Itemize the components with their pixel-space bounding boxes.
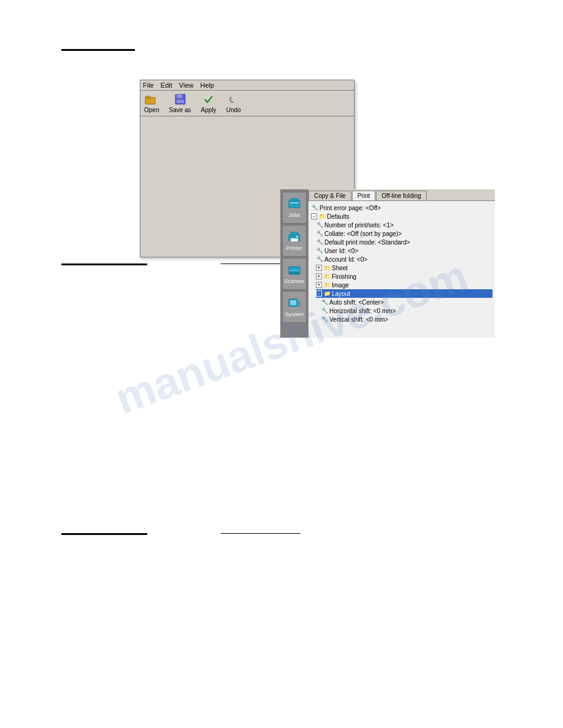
- apply-icon: [201, 93, 216, 105]
- tree-item-collate[interactable]: 🔧 Collate: <Off (sort by page)>: [316, 229, 492, 238]
- undo-icon: [226, 93, 241, 105]
- folder-icon-layout: 📁: [323, 290, 331, 297]
- svg-rect-14: [289, 272, 300, 275]
- save-as-label: Save as: [169, 107, 191, 113]
- svg-rect-5: [289, 200, 300, 208]
- wrench-icon-3: 🔧: [316, 238, 323, 246]
- tree-item-layout[interactable]: - 📁 Layout: [316, 289, 492, 298]
- menu-edit[interactable]: Edit: [161, 82, 172, 89]
- svg-rect-6: [291, 199, 298, 201]
- jobs-label: Jobs: [288, 212, 300, 218]
- expand-image[interactable]: +: [316, 282, 322, 288]
- save-as-button[interactable]: Save as: [169, 93, 191, 113]
- apply-button[interactable]: Apply: [201, 93, 216, 113]
- svg-rect-11: [296, 236, 298, 237]
- scanner-icon: [288, 264, 301, 277]
- sidebar: Jobs Printer Scanner: [280, 189, 308, 338]
- tree-item-defaults[interactable]: - 📁 Defaults: [311, 212, 492, 221]
- save-as-icon: [173, 93, 188, 105]
- tree-item-finishing[interactable]: + 📁 Finishing: [316, 272, 492, 281]
- svg-rect-10: [291, 238, 298, 241]
- menu-file[interactable]: File: [143, 82, 154, 89]
- bot-decorative-line-right: [221, 533, 301, 534]
- wrench-icon-8: 🔧: [321, 316, 328, 323]
- svg-rect-18: [291, 307, 297, 308]
- tree-label-user-id: User Id: <0>: [324, 248, 358, 254]
- svg-rect-3: [177, 94, 182, 98]
- system-icon: [288, 297, 301, 310]
- tree-label-vert-shift: Vertical shift: <0 mm>: [329, 316, 388, 323]
- tree-label-num-prints: Number of print/sets: <1>: [324, 222, 394, 229]
- undo-label: Undo: [226, 107, 241, 113]
- svg-rect-4: [177, 100, 184, 103]
- folder-icon-finishing: 📁: [323, 273, 331, 280]
- tree-item-user-id[interactable]: 🔧 User Id: <0>: [316, 246, 492, 255]
- bot-decorative-line-left: [61, 533, 147, 535]
- tab-offline-folding[interactable]: Off-line folding: [376, 191, 426, 200]
- printer-label: Printer: [286, 245, 303, 251]
- sidebar-item-system[interactable]: System: [282, 291, 307, 323]
- tab-bar: Copy & File Print Off-line folding: [308, 189, 495, 201]
- tree-item-vert-shift[interactable]: 🔧 Vertical shift: <0 mm>: [321, 315, 492, 324]
- folder-icon-defaults: 📁: [318, 213, 326, 220]
- tree-label-layout: Layout: [332, 290, 350, 297]
- tree-label-image: Image: [332, 282, 349, 289]
- jobs-icon: [288, 197, 301, 211]
- tree-item-sheet[interactable]: + 📁 Sheet: [316, 264, 492, 272]
- top-decorative-line: [61, 49, 135, 51]
- tree-label-sheet: Sheet: [332, 265, 348, 271]
- svg-rect-17: [290, 300, 296, 305]
- wrench-icon-2: 🔧: [316, 230, 323, 237]
- expand-defaults[interactable]: -: [311, 213, 317, 219]
- scanner-label: Scanner: [284, 278, 305, 284]
- printer-icon: [288, 230, 301, 244]
- wrench-icon-4: 🔧: [316, 247, 323, 254]
- folder-icon-image: 📁: [323, 281, 331, 289]
- tree-item-print-mode[interactable]: 🔧 Default print mode: <Standard>: [316, 238, 492, 246]
- undo-button[interactable]: Undo: [226, 93, 241, 113]
- tree-label-finishing: Finishing: [332, 273, 356, 280]
- tree-label-horiz-shift: Horizontal shift: <0 mm>: [329, 308, 396, 314]
- folder-icon-sheet: 📁: [323, 264, 331, 271]
- expand-finishing[interactable]: +: [316, 273, 322, 279]
- expand-layout[interactable]: -: [316, 290, 322, 297]
- tree-item-image[interactable]: + 📁 Image: [316, 281, 492, 289]
- tree-container: 🔧 Print error page: <Off> - 📁 Defaults 🔧…: [308, 201, 495, 330]
- svg-rect-7: [290, 202, 299, 203]
- menu-view[interactable]: View: [179, 82, 194, 89]
- tab-print[interactable]: Print: [352, 191, 376, 200]
- svg-rect-16: [299, 301, 300, 306]
- tree-label-print-error: Print error page: <Off>: [320, 205, 381, 211]
- menu-help[interactable]: Help: [201, 82, 215, 89]
- wrench-icon-1: 🔧: [316, 221, 323, 229]
- content-area: Copy & File Print Off-line folding 🔧 Pri…: [308, 189, 495, 338]
- tree-item-account-id[interactable]: 🔧 Account Id: <0>: [316, 255, 492, 264]
- wrench-icon-6: 🔧: [321, 298, 328, 306]
- open-button[interactable]: Open: [144, 93, 159, 113]
- open-icon: [144, 93, 159, 105]
- tree-item-auto-shift[interactable]: 🔧 Auto shift: <Center>: [321, 298, 492, 306]
- svg-rect-13: [290, 270, 299, 271]
- wrench-icon-5: 🔧: [316, 256, 323, 263]
- menu-bar: File Edit View Help: [140, 80, 354, 91]
- sidebar-item-printer[interactable]: Printer: [282, 225, 307, 257]
- mid-decorative-line-left: [61, 264, 147, 265]
- tree-label-auto-shift: Auto shift: <Center>: [329, 299, 384, 306]
- svg-rect-0: [145, 97, 155, 104]
- wrench-icon-7: 🔧: [321, 307, 328, 314]
- app-window: File Edit View Help Open Save as: [140, 80, 354, 257]
- tree-label-defaults: Defaults: [327, 213, 350, 220]
- sidebar-item-jobs[interactable]: Jobs: [282, 192, 307, 224]
- wrench-icon-0: 🔧: [311, 204, 318, 211]
- tree-item-print-error[interactable]: 🔧 Print error page: <Off>: [311, 203, 492, 212]
- svg-rect-1: [145, 96, 150, 98]
- system-label: System: [285, 311, 304, 317]
- tree-item-num-prints[interactable]: 🔧 Number of print/sets: <1>: [316, 221, 492, 229]
- toolbar: Open Save as Apply: [140, 91, 354, 116]
- tree-label-collate: Collate: <Off (sort by page)>: [324, 230, 402, 237]
- expand-sheet[interactable]: +: [316, 265, 322, 271]
- sidebar-item-scanner[interactable]: Scanner: [282, 258, 307, 290]
- tab-copy-file[interactable]: Copy & File: [308, 191, 351, 200]
- tree-label-print-mode: Default print mode: <Standard>: [324, 239, 410, 246]
- tree-item-horiz-shift[interactable]: 🔧 Horizontal shift: <0 mm>: [321, 306, 492, 315]
